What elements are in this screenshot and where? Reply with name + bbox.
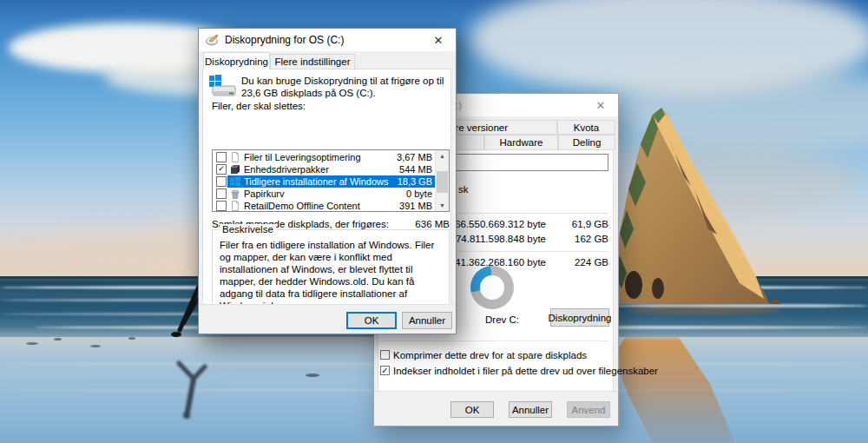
windows-icon <box>230 176 240 187</box>
drive-type-fragment: sk <box>458 184 469 195</box>
list-item-selected[interactable]: Tidligere installationer af Windows 18,3… <box>214 175 436 188</box>
tab-flere-indstillinger[interactable]: Flere indstillinger <box>270 54 355 69</box>
tab-label: Diskoprydning <box>205 56 268 67</box>
tab-hardware[interactable]: Hardware <box>484 135 558 150</box>
file-size: 18,3 GB <box>398 176 436 187</box>
divider <box>380 341 609 341</box>
file-icon <box>230 152 240 162</box>
ok-button[interactable]: OK <box>346 312 397 329</box>
index-checkbox[interactable]: ✓ <box>380 366 390 375</box>
tab-label: Flere indstillinger <box>275 56 351 67</box>
driver-package-icon <box>230 164 240 175</box>
checkbox[interactable] <box>216 176 227 187</box>
file-size: 391 MB <box>399 201 436 211</box>
list-item[interactable]: ✓ Enhedsdriverpakker 544 MB <box>214 163 436 175</box>
free-space-size: 162 GB <box>559 234 608 244</box>
file-icon <box>230 201 240 211</box>
tab-diskoprydning[interactable]: Diskoprydning <box>203 52 270 69</box>
checkmark-icon: ✓ <box>381 366 388 375</box>
checkbox[interactable] <box>216 152 227 162</box>
drive-icon <box>208 75 236 99</box>
kelp-speck <box>128 337 135 340</box>
total-value: 636 MB <box>380 219 450 229</box>
disk-cleanup-dialog: Diskoprydning for OS (C:) ✕ Diskoprydnin… <box>198 28 457 334</box>
used-space-size: 61,9 GB <box>559 219 608 229</box>
button-label: Annuller <box>409 315 445 326</box>
list-item[interactable]: Filer til Leveringsoptimering 3,67 MB <box>214 151 436 163</box>
close-icon[interactable]: ✕ <box>421 29 456 51</box>
button-label: OK <box>365 315 379 326</box>
sun-glint <box>625 306 781 314</box>
compress-checkbox[interactable] <box>380 350 390 360</box>
recycle-bin-icon <box>230 188 240 199</box>
description-text: Filer fra en tidligere installation af W… <box>220 239 442 312</box>
disk-cleanup-button[interactable]: Diskoprydning <box>550 308 609 327</box>
list-item[interactable]: RetailDemo Offline Content 391 MB <box>214 200 436 212</box>
kelp-speck <box>90 345 101 347</box>
cleanup-titlebar[interactable]: Diskoprydning for OS (C:) ✕ <box>199 29 456 51</box>
button-label: Anvend <box>571 405 605 415</box>
properties-title-fragment: :) <box>456 100 462 110</box>
desktop: :) ✕ Tidligere versioner Kvota Funktione… <box>0 0 868 443</box>
tab-label: Deling <box>573 137 602 148</box>
files-list-label: Filer, der skal slettes: <box>212 101 306 111</box>
list-scrollbar[interactable]: ▲ ▼ <box>435 150 449 211</box>
scroll-down-icon[interactable]: ▼ <box>436 200 449 211</box>
checkbox[interactable]: ✓ <box>216 164 227 175</box>
scrollbar-thumb[interactable] <box>437 171 448 193</box>
file-name: Enhedsdriverpakker <box>244 164 399 175</box>
index-checkbox-label[interactable]: Indekser indholdet i filer på dette drev… <box>393 366 658 376</box>
files-listbox[interactable]: Filer til Leveringsoptimering 3,67 MB ✓ … <box>212 149 450 212</box>
intro-text: Du kan bruge Diskoprydning til at frigør… <box>241 75 448 99</box>
button-label: OK <box>465 405 480 415</box>
kelp-speck <box>306 374 319 377</box>
cleanup-title: Diskoprydning for OS (C:) <box>225 34 344 46</box>
list-item[interactable]: Papirkurv 0 byte <box>214 188 436 200</box>
file-name: Papirkurv <box>244 188 406 199</box>
cancel-button[interactable]: Annuller <box>402 312 452 329</box>
file-size: 544 MB <box>399 164 436 175</box>
tab-label: Kvota <box>574 122 599 133</box>
compress-checkbox-label[interactable]: Komprimer dette drev for at spare diskpl… <box>393 350 587 360</box>
kelp-speck <box>26 342 38 345</box>
file-size: 0 byte <box>406 188 436 199</box>
description-group-label: Beskrivelse <box>220 224 276 235</box>
person-reflection <box>165 354 217 420</box>
drive-label: Drev C: <box>485 314 519 325</box>
file-name: Tidligere installationer af Windows <box>244 176 398 187</box>
apply-button[interactable]: Anvend <box>567 401 610 418</box>
cleanup-tab-page: Du kan bruge Diskoprydning til at frigør… <box>202 69 451 332</box>
cancel-button[interactable]: Annuller <box>509 401 552 418</box>
disk-cleanup-icon <box>206 33 220 47</box>
file-name: Filer til Leveringsoptimering <box>244 152 397 162</box>
file-size: 3,67 MB <box>397 152 436 162</box>
disk-usage-donut-chart <box>470 266 514 309</box>
checkbox[interactable] <box>216 188 227 199</box>
button-label: Diskoprydning <box>549 313 612 323</box>
button-label: Annuller <box>512 405 549 415</box>
rock-formation <box>608 102 781 304</box>
capacity-size: 224 GB <box>559 257 608 268</box>
ok-button[interactable]: OK <box>450 401 494 418</box>
checkmark-icon: ✓ <box>218 164 225 173</box>
close-icon[interactable]: ✕ <box>583 94 618 116</box>
file-name: RetailDemo Offline Content <box>244 201 399 211</box>
checkbox[interactable] <box>216 201 227 211</box>
tab-deling[interactable]: Deling <box>558 135 615 150</box>
kelp-speck <box>54 338 62 341</box>
tab-label: Hardware <box>500 137 543 148</box>
tab-kvota[interactable]: Kvota <box>557 120 615 135</box>
scroll-up-icon[interactable]: ▲ <box>436 150 449 162</box>
